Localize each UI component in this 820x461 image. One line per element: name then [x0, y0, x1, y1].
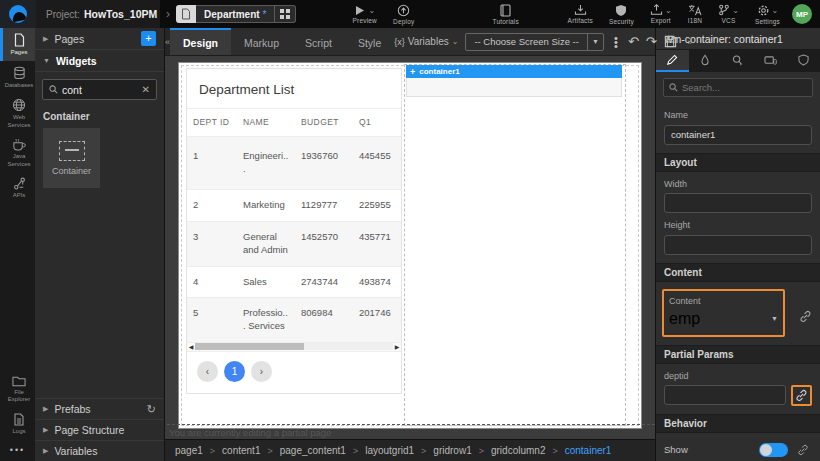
table-header-row: DEPT ID NAME BUDGET Q1	[187, 109, 401, 137]
height-input[interactable]	[664, 235, 812, 255]
table-horizontal-scrollbar[interactable]: ◀ ▶	[187, 343, 401, 352]
deptid-label: deptid	[664, 371, 812, 381]
prev-page-button[interactable]: ‹	[197, 361, 218, 382]
property-search[interactable]	[663, 78, 813, 97]
table-row[interactable]: 1 Engineeri... 1936760 445455	[187, 137, 401, 190]
scrollbar-thumb[interactable]	[195, 343, 304, 350]
column-header[interactable]: BUDGET	[295, 109, 353, 136]
user-avatar[interactable]: MP	[792, 4, 812, 24]
content-select[interactable]: emp ▼	[669, 310, 778, 328]
content-label: Content	[669, 296, 778, 306]
canvas-toolbar: « Design Markup Script Style {x} Variabl…	[165, 28, 655, 56]
breadcrumb-item[interactable]: layoutgrid1	[365, 445, 414, 456]
property-search-input[interactable]	[682, 82, 807, 93]
rail-item-file-explorer[interactable]: File Explorer	[0, 370, 35, 408]
next-page-button[interactable]: ›	[251, 361, 272, 382]
save-button[interactable]	[664, 35, 677, 48]
breadcrumb-item[interactable]: page_content1	[280, 445, 346, 456]
page-doc-button[interactable]	[176, 5, 196, 23]
table-row[interactable]: 5 Professio... Services 806984 201746	[187, 298, 401, 343]
deptid-bind-button[interactable]	[791, 385, 812, 406]
rail-item-apis[interactable]: APIs	[0, 172, 35, 204]
export-button[interactable]: ⌄ Export	[642, 0, 680, 28]
rail-item-logs[interactable]: Logs	[0, 408, 35, 440]
rail-item-databases[interactable]: Databases	[0, 61, 35, 94]
tab-design[interactable]: Design	[170, 28, 231, 55]
page-preview[interactable]: Department List DEPT ID NAME BUDGET Q1 1…	[178, 62, 642, 429]
undo-button[interactable]: ↶	[628, 34, 639, 49]
deploy-button[interactable]: Deploy	[385, 0, 422, 28]
breadcrumb-item-current[interactable]: container1	[565, 445, 612, 456]
wavemaker-logo-icon	[9, 5, 27, 23]
container1-widget[interactable]: + container1	[406, 65, 622, 97]
redo-button[interactable]: ↷	[646, 34, 657, 49]
container1-body[interactable]	[406, 78, 622, 97]
page-selector[interactable]: Department *	[196, 5, 296, 23]
current-page-button[interactable]: 1	[224, 361, 245, 382]
variables-section-header[interactable]: ▶ Variables	[35, 440, 164, 461]
width-input[interactable]	[664, 193, 812, 213]
breadcrumb-separator: >	[552, 446, 557, 456]
table-row[interactable]: 2 Marketing 1129777 225955	[187, 190, 401, 222]
app-logo[interactable]	[0, 0, 36, 28]
table-row[interactable]: 4 Sales 2743744 493874	[187, 267, 401, 299]
vcs-button[interactable]: ⌄ VCS	[710, 0, 747, 28]
show-bind-button[interactable]	[794, 441, 812, 459]
name-input[interactable]	[664, 125, 812, 145]
add-page-button[interactable]: +	[141, 31, 156, 46]
screen-size-select[interactable]: -- Choose Screen Size -- ▼	[465, 33, 603, 51]
section-behavior: Behavior	[656, 414, 820, 433]
content-bind-button[interactable]	[796, 307, 814, 325]
tab-markup[interactable]: Markup	[231, 28, 292, 55]
tutorials-button[interactable]: Tutorials	[484, 0, 526, 28]
department-table[interactable]: Department List DEPT ID NAME BUDGET Q1 1…	[186, 68, 402, 394]
rail-item-java-services[interactable]: Java Services	[0, 133, 35, 172]
properties-panel: wm-container: container1	[655, 28, 820, 461]
project-area[interactable]: Project: HowTos_10PM	[36, 0, 160, 28]
tab-events[interactable]	[722, 50, 755, 72]
widgets-section-header[interactable]: ▼ Widgets	[35, 50, 164, 72]
clear-search-icon[interactable]: ✕	[142, 84, 150, 95]
tab-style[interactable]: Style	[345, 28, 394, 55]
security-button[interactable]: Security	[601, 0, 642, 28]
more-menu-icon[interactable]: •••	[611, 36, 621, 48]
rail-item-web-services[interactable]: Web Services	[0, 93, 35, 133]
breadcrumb-item[interactable]: gridcolumn2	[491, 445, 545, 456]
project-name: HowTos_10PM	[84, 8, 157, 20]
i18n-button[interactable]: I18N	[680, 0, 711, 28]
column-header[interactable]: DEPT ID	[187, 109, 237, 136]
tab-devices[interactable]	[754, 50, 787, 72]
tab-security[interactable]	[787, 50, 820, 72]
show-toggle[interactable]	[759, 443, 788, 457]
refresh-icon[interactable]: ↻	[147, 403, 156, 416]
variables-button[interactable]: {x} Variables ⌄	[394, 36, 458, 47]
tab-script[interactable]: Script	[292, 28, 345, 55]
left-panel: ▶ Pages + ▼ Widgets ✕ Container Containe…	[35, 28, 165, 461]
breadcrumb-item[interactable]: content1	[222, 445, 260, 456]
container-widget-icon	[59, 141, 85, 161]
column-header[interactable]: NAME	[237, 109, 295, 136]
pages-section-header[interactable]: ▶ Pages +	[35, 28, 164, 50]
collapse-right-panel-button[interactable]: »	[684, 37, 696, 47]
variables-icon: {x}	[394, 37, 405, 47]
page-structure-section-header[interactable]: ▶ Page Structure	[35, 419, 164, 440]
scroll-right-icon[interactable]: ▶	[393, 343, 401, 350]
more-options-icon[interactable]: •••	[0, 439, 35, 461]
container1-header-bar[interactable]: + container1	[406, 65, 622, 78]
preview-button[interactable]: ⌄ Preview	[344, 0, 385, 28]
prefabs-section-header[interactable]: ▶ Prefabs ↻	[35, 398, 164, 419]
wavemaker-studio: Project: HowTos_10PM › Department * ⌄ Pr…	[0, 0, 820, 461]
rail-item-pages[interactable]: Pages	[0, 28, 35, 61]
table-row[interactable]: 3 General and Admin 1452570 435771	[187, 222, 401, 267]
artifacts-button[interactable]: Artifacts	[560, 0, 601, 28]
page-grid-button[interactable]	[274, 6, 295, 22]
deptid-input[interactable]	[664, 385, 786, 405]
container-widget-tile[interactable]: Container	[43, 128, 100, 188]
breadcrumb-item[interactable]: gridrow1	[433, 445, 471, 456]
settings-button[interactable]: ⌄ Settings	[747, 0, 788, 28]
scroll-left-icon[interactable]: ◀	[187, 343, 195, 350]
breadcrumb-item[interactable]: page1	[175, 445, 203, 456]
widget-search[interactable]: ✕	[42, 79, 157, 100]
column-header[interactable]: Q1	[353, 109, 397, 136]
widget-search-input[interactable]	[62, 84, 138, 96]
